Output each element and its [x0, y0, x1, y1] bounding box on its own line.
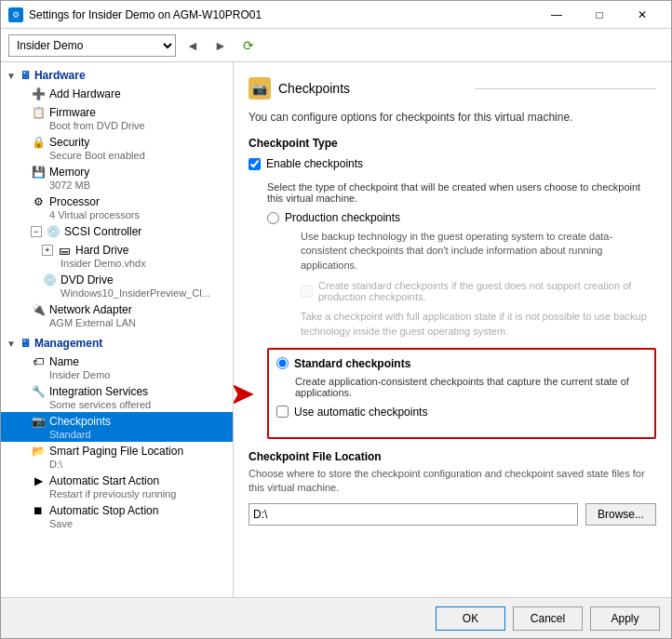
close-button[interactable]: ✕ [621, 1, 664, 29]
standard-label: Standard checkpoints [294, 357, 410, 370]
processor-icon: ⚙ [31, 194, 46, 209]
integration-label: Integration Services [49, 385, 148, 398]
sidebar-item-auto-stop[interactable]: ⏹ Automatic Stop Action Save [1, 501, 233, 531]
add-hardware-label: Add Hardware [49, 87, 121, 100]
hardware-section-header[interactable]: ▼ 🖥 Hardware [1, 66, 233, 85]
firmware-sub: Boot from DVD Drive [31, 120, 225, 131]
panel-icon: 📷 [249, 77, 271, 100]
window-icon: ⚙ [8, 7, 23, 22]
sidebar-item-dvd[interactable]: 💿 DVD Drive Windows10_InsiderPreview_Cl.… [1, 271, 233, 300]
integration-icon: 🔧 [31, 384, 46, 399]
footer: OK Cancel Apply [1, 597, 671, 638]
minimize-button[interactable]: — [535, 1, 578, 29]
panel-title: Checkpoints [278, 81, 460, 96]
panel-divider [475, 88, 656, 89]
security-label: Security [49, 136, 89, 149]
management-section-header[interactable]: ▼ 🖥 Management [1, 334, 233, 353]
checkpoint-type-options: Select the type of checkpoint that will … [267, 181, 656, 439]
dvd-label: DVD Drive [60, 273, 114, 286]
sidebar-item-scsi[interactable]: − 💿 SCSI Controller [1, 222, 233, 241]
processor-label: Processor [49, 195, 100, 208]
enable-checkpoints-label: Enable checkpoints [266, 157, 363, 170]
auto-stop-label: Automatic Stop Action [49, 504, 158, 517]
cancel-button[interactable]: Cancel [513, 606, 583, 631]
firmware-icon: 📋 [31, 105, 46, 120]
network-sub: AGM External LAN [31, 317, 225, 328]
title-bar-text: Settings for Insider Demo on AGM-W10PRO0… [29, 8, 262, 21]
content-area: ▼ 🖥 Hardware ➕ Add Hardware 📋 Firmware B… [1, 62, 671, 597]
sidebar-item-checkpoints[interactable]: 📷 Checkpoints Standard [1, 412, 233, 442]
use-automatic-label: Use automatic checkpoints [294, 406, 427, 419]
sidebar-item-name[interactable]: 🏷 Name Insider Demo [1, 353, 233, 382]
hard-drive-sub: Insider Demo.vhdx [42, 258, 225, 269]
management-label: Management [34, 337, 102, 350]
checkpoints-label: Checkpoints [49, 415, 111, 428]
name-label: Name [49, 355, 79, 368]
standard-radio[interactable] [276, 357, 289, 369]
apply-button[interactable]: Apply [590, 606, 660, 631]
memory-label: Memory [49, 166, 89, 179]
location-input[interactable] [249, 503, 578, 526]
checkpoint-type-label: Checkpoint Type [249, 137, 656, 150]
create-standard-checkbox-row: Create standard checkpoints if the guest… [301, 280, 656, 302]
take-checkpoint-desc: Take a checkpoint with full application … [301, 310, 656, 339]
paging-label: Smart Paging File Location [49, 445, 183, 458]
hard-drive-icon: 🖴 [57, 243, 72, 258]
maximize-button[interactable]: □ [578, 1, 621, 29]
create-standard-checkbox [301, 286, 313, 298]
checkpoints-icon: 📷 [31, 414, 46, 429]
hard-drive-expand[interactable]: + [42, 245, 53, 256]
security-sub: Secure Boot enabled [31, 150, 225, 161]
paging-icon: 📂 [31, 444, 46, 459]
create-standard-row: Create standard checkpoints if the guest… [301, 280, 656, 302]
auto-stop-sub: Save [31, 518, 225, 529]
sidebar-item-network[interactable]: 🔌 Network Adapter AGM External LAN [1, 300, 233, 330]
use-automatic-checkbox[interactable] [276, 406, 289, 418]
sidebar: ▼ 🖥 Hardware ➕ Add Hardware 📋 Firmware B… [1, 62, 234, 597]
memory-sub: 3072 MB [31, 180, 225, 191]
forward-button[interactable]: ► [209, 34, 232, 57]
vm-select[interactable]: Insider Demo [8, 34, 176, 57]
network-label: Network Adapter [49, 303, 132, 316]
sidebar-item-processor[interactable]: ⚙ Processor 4 Virtual processors [1, 193, 233, 222]
production-desc: Use backup technology in the guest opera… [301, 230, 656, 273]
hardware-chevron: ▼ [7, 71, 16, 81]
auto-start-label: Automatic Start Action [49, 474, 159, 487]
panel-desc: You can configure options for checkpoint… [249, 111, 656, 124]
integration-sub: Some services offered [31, 399, 225, 410]
title-bar-left: ⚙ Settings for Insider Demo on AGM-W10PR… [8, 7, 262, 22]
select-type-desc: Select the type of checkpoint that will … [267, 181, 656, 204]
management-icon: 🖥 [20, 337, 31, 350]
location-desc: Choose where to store the checkpoint con… [249, 467, 656, 496]
sidebar-item-firmware[interactable]: 📋 Firmware Boot from DVD Drive [1, 103, 233, 133]
ok-button[interactable]: OK [436, 606, 505, 631]
sidebar-item-auto-start[interactable]: ▶ Automatic Start Action Restart if prev… [1, 472, 233, 501]
network-icon: 🔌 [31, 302, 46, 317]
auto-start-sub: Restart if previously running [31, 488, 225, 499]
settings-window: ⚙ Settings for Insider Demo on AGM-W10PR… [0, 0, 672, 639]
production-radio[interactable] [267, 212, 279, 224]
name-sub: Insider Demo [31, 369, 225, 380]
memory-icon: 💾 [31, 165, 46, 180]
checkpoints-sub: Standard [31, 429, 225, 440]
scsi-label: SCSI Controller [64, 225, 141, 238]
standard-desc: Create application-consistent checkpoint… [295, 376, 647, 398]
dvd-sub: Windows10_InsiderPreview_Cl... [42, 287, 225, 299]
sidebar-item-security[interactable]: 🔒 Security Secure Boot enabled [1, 133, 233, 163]
browse-button[interactable]: Browse... [585, 503, 656, 526]
scsi-expand[interactable]: − [31, 226, 42, 237]
create-standard-label: Create standard checkpoints if the guest… [318, 280, 656, 302]
sidebar-item-integration[interactable]: 🔧 Integration Services Some services off… [1, 382, 233, 412]
sidebar-item-hard-drive[interactable]: + 🖴 Hard Drive Insider Demo.vhdx [1, 241, 233, 271]
auto-stop-icon: ⏹ [31, 503, 46, 518]
enable-checkpoints-checkbox[interactable] [249, 158, 261, 170]
management-chevron: ▼ [7, 339, 16, 349]
standard-highlight-box: Standard checkpoints Create application-… [267, 348, 656, 439]
auto-start-icon: ▶ [31, 473, 46, 488]
sidebar-item-paging[interactable]: 📂 Smart Paging File Location D:\ [1, 442, 233, 472]
refresh-button[interactable]: ⟳ [237, 34, 260, 57]
back-button[interactable]: ◄ [181, 34, 204, 57]
sidebar-item-add-hardware[interactable]: ➕ Add Hardware [1, 85, 233, 103]
sidebar-item-memory[interactable]: 💾 Memory 3072 MB [1, 163, 233, 193]
processor-sub: 4 Virtual processors [31, 209, 225, 220]
